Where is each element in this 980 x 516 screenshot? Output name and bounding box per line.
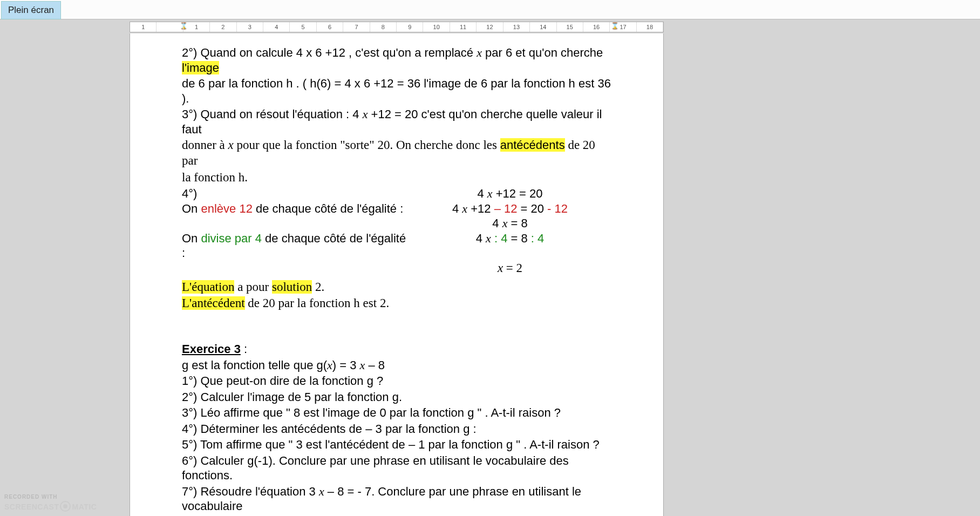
op-minus: – 12 [494, 202, 518, 215]
ruler-tick: 9 [397, 22, 423, 32]
var-x: x [487, 187, 493, 200]
op-div4: : 4 [494, 232, 507, 245]
var-x: x [228, 138, 234, 152]
text: a pour [234, 280, 272, 294]
text: = 8 [507, 216, 527, 230]
equation: 4 x +12 – 12 = 20 - 12 [409, 201, 611, 216]
text: : [241, 342, 247, 356]
step-label: 4°) [182, 186, 409, 201]
ruler-tick: 16 [583, 22, 610, 32]
text: On [182, 232, 201, 245]
text: 4 [477, 187, 487, 200]
equation-row: 4 x = 8 [182, 216, 611, 231]
body-line: 3°) Léo affirme que " 8 est l'image de 0… [182, 405, 611, 420]
watermark-logo-icon [60, 501, 71, 512]
highlight-image: l'image [182, 61, 219, 74]
step-label [182, 261, 409, 276]
text: 2. [312, 280, 324, 294]
text: par 6 et qu'on cherche [482, 46, 603, 59]
workspace: ⌛ ⌛ 1 1 2 3 4 5 6 7 8 9 10 11 12 13 14 1… [0, 19, 980, 516]
document-page[interactable]: 2°) Quand on calcule 4 x 6 +12 , c'est q… [130, 33, 664, 516]
body-line: de 6 par la fonction h . ( h(6) = 4 x 6 … [182, 76, 611, 106]
var-x: x [363, 107, 368, 121]
app-topbar: Plein écran [0, 0, 980, 19]
var-x: x [486, 232, 491, 245]
text: 3°) Quand on résout l'équation : 4 [182, 107, 363, 121]
op-minus: - 12 [547, 202, 568, 215]
step-label: On enlève 12 de chaque côté de l'égalité… [182, 201, 409, 216]
ruler-tick: 8 [370, 22, 397, 32]
watermark-brand-b: MATIC [72, 503, 97, 511]
var-x: x [319, 485, 324, 498]
highlight-antecedent: L'antécédent [182, 296, 245, 310]
op-div4: : 4 [531, 232, 544, 245]
ruler-tick: 5 [290, 22, 316, 32]
text: = 20 [517, 202, 547, 215]
ruler-tick: 18 [637, 22, 663, 32]
watermark-brand-a: SCREENCAST [4, 503, 59, 511]
text: = 8 [507, 232, 530, 245]
ruler-tick: 1 [183, 22, 210, 32]
body-line: 2°) Calculer l'image de 5 par la fonctio… [182, 390, 611, 405]
body-line: donner à x pour que la fonction "sorte" … [182, 138, 611, 169]
text: = 2 [503, 261, 522, 275]
body-line: 2°) Quand on calcule 4 x 6 +12 , c'est q… [182, 45, 611, 75]
text: 4 [476, 232, 486, 245]
ruler-tick: 4 [263, 22, 290, 32]
text: On [182, 202, 201, 215]
equation-row: On divise par 4 de chaque côté de l'égal… [182, 231, 611, 261]
highlight-solution: solution [272, 280, 312, 294]
exercise-title: Exercice 3 [182, 342, 241, 356]
ruler-tick: 13 [503, 22, 530, 32]
equation-row: On enlève 12 de chaque côté de l'égalité… [182, 201, 611, 216]
equation: 4 x +12 = 20 [409, 186, 611, 201]
var-x: x [498, 261, 503, 275]
var-x: x [477, 46, 482, 59]
text: 2°) Quand on calcule 4 x 6 +12 , c'est q… [182, 46, 477, 59]
ruler-tick: 2 [210, 22, 236, 32]
exercise-heading: Exercice 3 : [182, 342, 611, 357]
equation-row: 4°) 4 x +12 = 20 [182, 186, 611, 201]
text: – 8 [365, 358, 385, 372]
body-line: L'antécédent de 20 par la fonction h est… [182, 296, 611, 311]
ruler-tick: 14 [530, 22, 556, 32]
ruler-tick: 17 [610, 22, 636, 32]
ruler-tick [156, 22, 183, 32]
ruler-tick: 7 [343, 22, 370, 32]
watermark-small: RECORDED WITH [4, 494, 97, 500]
body-line: 5°) Tom affirme que " 3 est l'antécédent… [182, 437, 611, 452]
var-x: x [462, 202, 467, 215]
body-line: 3°) Quand on résout l'équation : 4 x +12… [182, 107, 611, 137]
text: de 20 par la fonction h est 2. [245, 296, 390, 310]
ruler-tick: 11 [450, 22, 477, 32]
equation-row: x = 2 [182, 261, 611, 276]
body-line: L'équation a pour solution 2. [182, 280, 611, 295]
equation-result: x = 2 [409, 261, 611, 276]
ruler-tick: 10 [423, 22, 450, 32]
ruler-tick: 12 [477, 22, 503, 32]
highlight-equation: L'équation [182, 280, 234, 294]
highlight-antecedents: antécédents [500, 138, 565, 152]
horizontal-ruler: ⌛ ⌛ 1 1 2 3 4 5 6 7 8 9 10 11 12 13 14 1… [130, 22, 664, 32]
text: 4 [492, 216, 502, 230]
equation: 4 x = 8 [409, 216, 611, 231]
body-line: 1°) Que peut-on dire de la fonction g ? [182, 374, 611, 389]
text: pour que la fonction "sorte" 20. On cher… [234, 138, 500, 152]
text: de chaque côté de l'égalité : [253, 202, 403, 215]
fullscreen-button[interactable]: Plein écran [1, 1, 61, 19]
op-remove: enlève 12 [201, 202, 252, 215]
text: ) = 3 [332, 358, 360, 372]
text: 7°) Résoudre l'équation 3 [182, 485, 319, 498]
op-divide: divise par 4 [201, 232, 262, 245]
step-label [182, 216, 409, 231]
body-line: la fonction h. [182, 170, 611, 186]
ruler-tick: 6 [317, 22, 343, 32]
body-line: 4°) Déterminer les antécédents de – 3 pa… [182, 422, 611, 437]
var-x: x [360, 358, 365, 372]
ruler-tick: 15 [557, 22, 583, 32]
text: g est la fonction telle que g( [182, 358, 327, 372]
equation: 4 x : 4 = 8 : 4 [409, 231, 611, 261]
text: 4 [452, 202, 462, 215]
text: +12 [467, 202, 494, 215]
recorder-watermark: RECORDED WITH SCREENCASTMATIC [4, 494, 97, 512]
